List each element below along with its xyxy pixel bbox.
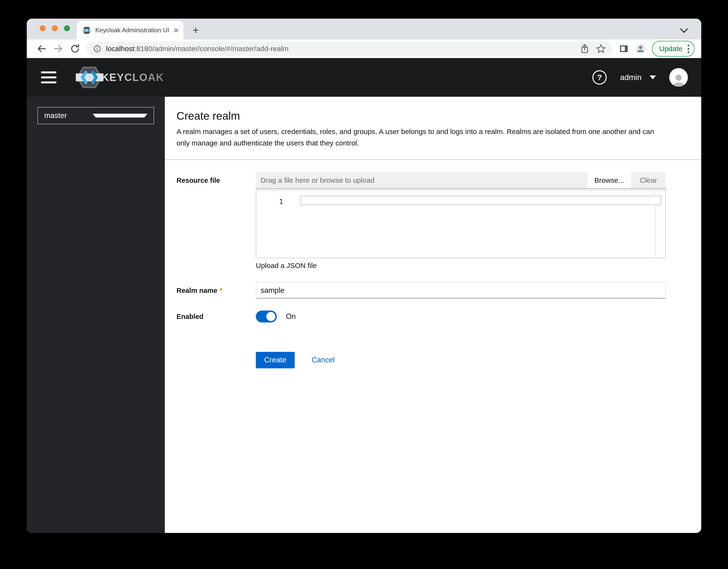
keycloak-masthead: KEYCLOAK ? admin	[27, 58, 701, 97]
realm-name-row: Realm name*	[177, 282, 701, 299]
avatar[interactable]	[669, 68, 688, 87]
editor-line-number: 1	[256, 196, 290, 208]
user-dropdown[interactable]: admin	[620, 73, 656, 82]
new-tab-button[interactable]: +	[193, 25, 199, 36]
zoom-window-button[interactable]	[64, 25, 70, 31]
masthead-right: ? admin	[592, 68, 688, 87]
browser-tab[interactable]: Keycloak Administration UI ×	[77, 21, 183, 39]
brand-text: KEYCLOAK	[101, 71, 164, 83]
resource-file-label: Resource file	[177, 172, 256, 188]
address-bar[interactable]: localhost:8180/admin/master/console/#/ma…	[86, 42, 612, 56]
page-title: Create realm	[177, 109, 668, 123]
back-button[interactable]	[36, 43, 47, 54]
realm-name-input[interactable]	[256, 282, 666, 299]
keycloak-logo-icon	[75, 65, 104, 90]
resource-file-field: Browse... Clear 1 Upload a JSON file	[256, 172, 666, 270]
cancel-link[interactable]: Cancel	[311, 356, 335, 364]
form-actions-row: Create Cancel	[177, 352, 701, 368]
realm-name-field	[256, 282, 666, 299]
url-host: localhost	[106, 45, 134, 53]
resource-file-row: Resource file Browse... Clear 1 Upload	[177, 172, 701, 270]
enabled-row: Enabled On	[177, 311, 701, 322]
browser-menu-icon[interactable]	[688, 45, 689, 53]
tab-title: Keycloak Administration UI	[95, 27, 170, 34]
user-name: admin	[620, 73, 642, 82]
create-realm-form: Resource file Browse... Clear 1 Upload	[165, 160, 701, 368]
keycloak-brand[interactable]: KEYCLOAK	[75, 65, 164, 90]
close-window-button[interactable]	[40, 25, 46, 31]
toggle-state-label: On	[286, 312, 296, 321]
realm-name-label: Realm name*	[177, 282, 256, 299]
update-label: Update	[659, 45, 682, 53]
realm-selector-value: master	[44, 111, 93, 120]
file-upload-input[interactable]	[256, 172, 588, 188]
site-info-icon[interactable]	[93, 44, 102, 53]
editor-active-line[interactable]	[299, 195, 662, 206]
url-path: :8180/admin/master/console/#/master/add-…	[134, 45, 288, 53]
browser-toolbar: localhost:8180/admin/master/console/#/ma…	[27, 39, 701, 58]
keycloak-favicon-icon	[82, 26, 91, 35]
side-panel-icon[interactable]	[619, 43, 629, 54]
help-icon[interactable]: ?	[592, 70, 607, 85]
reload-button[interactable]	[70, 43, 80, 54]
file-upload-group: Browse... Clear	[256, 172, 666, 189]
realm-selector-dropdown[interactable]: master	[37, 107, 154, 124]
page-header: Create realm A realm manages a set of us…	[165, 97, 701, 149]
main-content: Create realm A realm manages a set of us…	[165, 97, 701, 533]
bookmark-star-icon[interactable]	[596, 43, 606, 54]
tab-search-chevron-icon[interactable]	[679, 27, 689, 34]
required-indicator: *	[220, 287, 222, 294]
chrome-update-button[interactable]: Update	[652, 41, 695, 57]
enabled-toggle[interactable]	[256, 311, 277, 322]
toggle-knob	[266, 312, 275, 321]
form-actions: Create Cancel	[256, 352, 666, 368]
chevron-down-icon	[93, 114, 147, 118]
clear-button[interactable]: Clear	[631, 172, 666, 188]
tab-strip: Keycloak Administration UI × +	[27, 19, 701, 39]
minimize-window-button[interactable]	[52, 25, 58, 31]
browse-button[interactable]: Browse...	[588, 172, 631, 188]
share-icon[interactable]	[580, 43, 589, 54]
enabled-field: On	[256, 311, 666, 322]
url-text: localhost:8180/admin/master/console/#/ma…	[106, 45, 578, 53]
page-description: A realm manages a set of users, credenti…	[177, 126, 668, 149]
create-button[interactable]: Create	[256, 352, 295, 368]
enabled-label: Enabled	[177, 311, 256, 322]
window-controls	[40, 25, 70, 31]
sidebar: master	[27, 97, 165, 533]
forward-button[interactable]	[53, 43, 64, 54]
tab-close-icon[interactable]: ×	[174, 26, 179, 35]
json-code-editor[interactable]: 1	[256, 190, 666, 258]
profile-icon[interactable]	[635, 43, 646, 54]
browser-window: Keycloak Administration UI × + localhost…	[27, 19, 701, 533]
app-body: master Create realm A realm manages a se…	[27, 97, 701, 533]
nav-toggle-icon[interactable]	[41, 71, 56, 83]
upload-helper-text: Upload a JSON file	[256, 261, 666, 270]
chevron-down-icon	[650, 75, 656, 79]
